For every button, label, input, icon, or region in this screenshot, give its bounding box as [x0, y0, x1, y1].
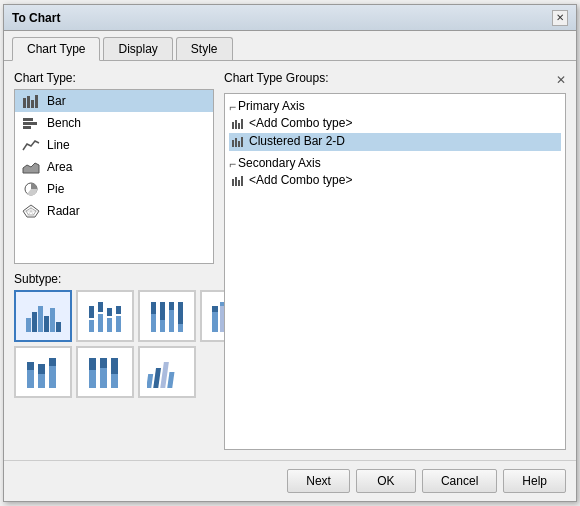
subtype-grid: [14, 290, 214, 398]
svg-rect-72: [238, 180, 240, 186]
chart-type-list: Bar Bench: [14, 89, 214, 264]
svg-rect-53: [89, 370, 96, 388]
svg-rect-48: [38, 374, 45, 388]
add-combo-secondary-icon: [229, 173, 249, 189]
svg-rect-22: [89, 320, 94, 332]
svg-rect-29: [116, 306, 121, 314]
subtype-3[interactable]: [138, 290, 196, 342]
chart-type-radar[interactable]: Radar: [15, 200, 213, 222]
chart-type-label: Chart Type:: [14, 71, 214, 85]
svg-rect-24: [98, 314, 103, 332]
svg-rect-55: [100, 368, 107, 388]
svg-rect-19: [44, 316, 49, 332]
svg-rect-73: [241, 176, 243, 186]
svg-rect-23: [89, 306, 94, 318]
subtype-1[interactable]: [14, 290, 72, 342]
svg-rect-28: [116, 316, 121, 332]
title-bar: To Chart ✕: [4, 5, 576, 31]
svg-rect-27: [107, 308, 112, 316]
svg-rect-36: [169, 302, 174, 310]
secondary-axis-label: Secondary Axis: [238, 156, 321, 170]
svg-rect-42: [212, 306, 218, 312]
svg-rect-3: [35, 95, 38, 108]
svg-rect-20: [50, 308, 55, 332]
svg-rect-60: [160, 362, 169, 388]
svg-rect-35: [160, 302, 165, 320]
clustered-bar-2d[interactable]: Clustered Bar 2-D: [229, 133, 561, 151]
ok-button[interactable]: OK: [356, 469, 416, 493]
svg-rect-37: [178, 302, 183, 324]
svg-rect-62: [232, 122, 234, 129]
chart-type-bar-label: Bar: [47, 94, 66, 108]
chart-type-radar-label: Radar: [47, 204, 80, 218]
svg-rect-2: [31, 100, 34, 108]
svg-rect-16: [26, 318, 31, 332]
svg-rect-61: [167, 372, 174, 388]
svg-rect-71: [235, 177, 237, 186]
right-panel: Chart Type Groups: ✕ ⌐ Primary Axis: [224, 71, 566, 450]
svg-rect-4: [23, 118, 33, 121]
svg-rect-50: [49, 366, 56, 388]
cancel-button[interactable]: Cancel: [422, 469, 497, 493]
tabs-bar: Chart Type Display Style: [4, 31, 576, 61]
add-combo-secondary-label: <Add Combo type>: [249, 173, 352, 187]
left-panel: Chart Type: Bar: [14, 71, 214, 450]
tab-chart-type[interactable]: Chart Type: [12, 37, 100, 61]
svg-rect-26: [107, 318, 112, 332]
right-panel-header: Chart Type Groups: ✕: [224, 71, 566, 89]
tab-display[interactable]: Display: [103, 37, 172, 60]
svg-rect-18: [38, 306, 43, 332]
add-combo-primary-icon: [229, 116, 249, 132]
svg-rect-58: [147, 374, 153, 388]
subtype-6[interactable]: [76, 346, 134, 398]
svg-rect-34: [151, 302, 156, 314]
tab-style[interactable]: Style: [176, 37, 233, 60]
svg-rect-68: [238, 141, 240, 147]
pie-chart-icon: [21, 181, 41, 197]
bench-chart-icon: [21, 115, 41, 131]
svg-rect-51: [49, 358, 56, 366]
svg-rect-70: [232, 179, 234, 186]
chart-type-pie[interactable]: Pie: [15, 178, 213, 200]
svg-rect-17: [32, 312, 37, 332]
chart-type-area[interactable]: Area: [15, 156, 213, 178]
svg-rect-46: [27, 370, 34, 388]
svg-rect-65: [241, 119, 243, 129]
svg-rect-0: [23, 98, 26, 108]
radar-chart-icon: [21, 203, 41, 219]
next-button[interactable]: Next: [287, 469, 350, 493]
chart-type-line[interactable]: Line: [15, 134, 213, 156]
primary-axis-group: ⌐ Primary Axis: [229, 98, 561, 115]
chart-type-pie-label: Pie: [47, 182, 64, 196]
chart-type-line-label: Line: [47, 138, 70, 152]
line-chart-icon: [21, 137, 41, 153]
add-combo-primary-label: <Add Combo type>: [249, 116, 352, 130]
subtype-5[interactable]: [14, 346, 72, 398]
svg-rect-66: [232, 140, 234, 147]
window-close-button[interactable]: ✕: [552, 10, 568, 26]
subtype-label: Subtype:: [14, 272, 214, 286]
subtype-2[interactable]: [76, 290, 134, 342]
svg-rect-25: [98, 302, 103, 312]
add-combo-secondary[interactable]: <Add Combo type>: [229, 172, 561, 190]
svg-rect-21: [56, 322, 61, 332]
clustered-bar-2d-label: Clustered Bar 2-D: [249, 134, 345, 148]
chart-type-bar[interactable]: Bar: [15, 90, 213, 112]
chart-groups-close-icon[interactable]: ✕: [556, 73, 566, 87]
chart-type-bench-label: Bench: [47, 116, 81, 130]
footer: Next OK Cancel Help: [4, 460, 576, 501]
help-button[interactable]: Help: [503, 469, 566, 493]
bar-chart-icon: [21, 93, 41, 109]
svg-rect-67: [235, 138, 237, 147]
svg-rect-5: [23, 122, 37, 125]
chart-type-area-label: Area: [47, 160, 72, 174]
area-chart-icon: [21, 159, 41, 175]
chart-type-bench[interactable]: Bench: [15, 112, 213, 134]
subtype-7[interactable]: [138, 346, 196, 398]
svg-rect-1: [27, 96, 30, 108]
chart-groups-box: ⌐ Primary Axis <Add Combo type>: [224, 93, 566, 450]
svg-rect-49: [38, 364, 45, 374]
add-combo-primary[interactable]: <Add Combo type>: [229, 115, 561, 133]
svg-rect-63: [235, 120, 237, 129]
primary-axis-label: Primary Axis: [238, 99, 305, 113]
